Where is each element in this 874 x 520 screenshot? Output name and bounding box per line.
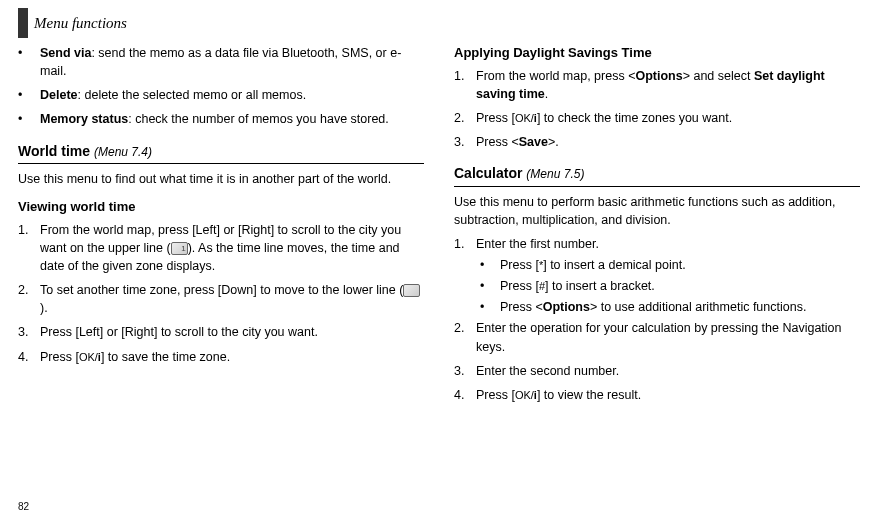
bullet-dot-icon: •: [18, 86, 40, 104]
subheading-dst: Applying Daylight Savings Time: [454, 44, 860, 63]
divider: [454, 186, 860, 187]
section-title-text: World time: [18, 143, 90, 159]
step-text: ] to check the time zones you want.: [537, 111, 732, 125]
left-column: • Send via: send the memo as a data file…: [18, 44, 424, 410]
sub-step-row: • Press <Options> to use additional arit…: [476, 298, 860, 316]
page-header: Menu functions: [18, 8, 127, 38]
section-title-world-time: World time (Menu 7.4): [18, 141, 424, 161]
step-row: 2. Enter the operation for your calculat…: [454, 319, 860, 355]
intro-text: Use this menu to perform basic arithmeti…: [454, 193, 860, 229]
step-text: ).: [40, 301, 48, 315]
ok-key-icon: OK/i: [515, 389, 537, 401]
subheading-viewing: Viewing world time: [18, 198, 424, 217]
step-number: 4.: [454, 386, 476, 404]
ok-key-icon: OK/i: [79, 351, 101, 363]
step-row: 4. Press [OK/i] to view the result.: [454, 386, 860, 404]
bullet-item: • Memory status: check the number of mem…: [18, 110, 424, 128]
step-number: 2.: [18, 281, 40, 317]
step-text: Press [: [40, 350, 79, 364]
step-text: Press <: [476, 135, 519, 149]
step-row: 3. Enter the second number.: [454, 362, 860, 380]
intro-text: Use this menu to find out what time it i…: [18, 170, 424, 188]
bullet-dot-icon: •: [18, 110, 40, 128]
ok-key-icon: OK/i: [515, 112, 537, 124]
emphasis: Options: [635, 69, 682, 83]
bullet-item: • Send via: send the memo as a data file…: [18, 44, 424, 80]
step-number: 4.: [18, 348, 40, 366]
step-text: Press [: [476, 111, 515, 125]
bullet-text: : check the number of memos you have sto…: [128, 112, 389, 126]
step-row: 3. Press <Save>.: [454, 133, 860, 151]
bullet-label: Memory status: [40, 112, 128, 126]
step-text: ] to insert a demical point.: [543, 258, 685, 272]
step-text: Enter the second number.: [476, 362, 860, 380]
step-text: ] to save the time zone.: [101, 350, 230, 364]
step-text: To set another time zone, press [Down] t…: [40, 283, 403, 297]
sub-step-row: • Press [*] to insert a demical point.: [476, 256, 860, 274]
bullet-label: Delete: [40, 88, 78, 102]
emphasis: Save: [519, 135, 548, 149]
step-row: 2. Press [OK/i] to check the time zones …: [454, 109, 860, 127]
step-text: From the world map, press <: [476, 69, 635, 83]
page-number: 82: [18, 501, 29, 512]
step-text: Press <: [500, 300, 543, 314]
bullet-text: : send the memo as a data file via Bluet…: [40, 46, 401, 78]
step-text: Enter the first number.: [476, 235, 860, 253]
step-text: > to use additional arithmetic functions…: [590, 300, 806, 314]
zone-upper-icon: 1: [171, 242, 188, 255]
step-text: > and select: [683, 69, 754, 83]
emphasis: Options: [543, 300, 590, 314]
step-text: .: [545, 87, 548, 101]
divider: [18, 163, 424, 164]
section-menu-ref: (Menu 7.5): [526, 167, 584, 181]
step-row: 1. From the world map, press <Options> a…: [454, 67, 860, 103]
step-text: Enter the operation for your calculation…: [476, 319, 860, 355]
step-row: 3. Press [Left] or [Right] to scroll to …: [18, 323, 424, 341]
step-text: >.: [548, 135, 559, 149]
bullet-dot-icon: •: [476, 277, 500, 295]
step-row: 1. From the world map, press [Left] or […: [18, 221, 424, 275]
right-column: Applying Daylight Savings Time 1. From t…: [454, 44, 860, 410]
bullet-text: : delete the selected memo or all memos.: [78, 88, 307, 102]
step-number: 1.: [18, 221, 40, 275]
step-row: 1. Enter the first number.: [454, 235, 860, 253]
step-text: Press [: [476, 388, 515, 402]
bullet-dot-icon: •: [18, 44, 40, 80]
step-row: 2. To set another time zone, press [Down…: [18, 281, 424, 317]
step-number: 2.: [454, 109, 476, 127]
step-number: 1.: [454, 67, 476, 103]
step-text: Press [: [500, 258, 539, 272]
step-text: ] to view the result.: [537, 388, 641, 402]
header-bar-icon: [18, 8, 28, 38]
bullet-dot-icon: •: [476, 256, 500, 274]
step-text: Press [: [500, 279, 539, 293]
step-number: 3.: [454, 133, 476, 151]
bullet-item: • Delete: delete the selected memo or al…: [18, 86, 424, 104]
step-number: 2.: [454, 319, 476, 355]
step-text: Press [Left] or [Right] to scroll to the…: [40, 323, 424, 341]
section-menu-ref: (Menu 7.4): [94, 145, 152, 159]
header-title: Menu functions: [34, 15, 127, 32]
step-number: 1.: [454, 235, 476, 253]
step-number: 3.: [454, 362, 476, 380]
bullet-dot-icon: •: [476, 298, 500, 316]
sub-step-row: • Press [#] to insert a bracket.: [476, 277, 860, 295]
step-row: 4. Press [OK/i] to save the time zone.: [18, 348, 424, 366]
step-number: 3.: [18, 323, 40, 341]
section-title-calculator: Calculator (Menu 7.5): [454, 163, 860, 183]
bullet-label: Send via: [40, 46, 91, 60]
zone-lower-icon: [403, 284, 420, 297]
step-text: ] to insert a bracket.: [545, 279, 655, 293]
section-title-text: Calculator: [454, 165, 522, 181]
